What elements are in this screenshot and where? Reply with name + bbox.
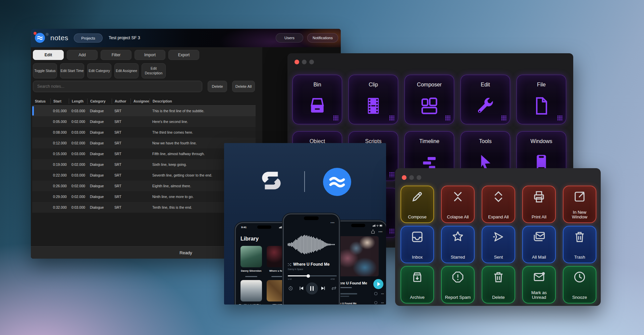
close-button[interactable] bbox=[402, 175, 407, 180]
column-header[interactable]: Start bbox=[50, 98, 69, 104]
next-track-icon bbox=[321, 286, 325, 290]
edit-assignee-button[interactable]: Edit Assignee bbox=[114, 63, 139, 78]
mail-tile-report-spam[interactable]: Report Spam bbox=[441, 266, 475, 304]
column-header[interactable]: Length bbox=[69, 98, 87, 104]
panel-tile-composer[interactable]: Composer bbox=[405, 75, 454, 124]
table-row[interactable]: 0:05.0000:02.000DialogueSRTHere's the se… bbox=[32, 116, 256, 127]
mail-tile-mark-as-unread[interactable]: Mark as Unread bbox=[522, 266, 556, 304]
import-button[interactable]: Import bbox=[135, 50, 165, 60]
mail-tile-print-all[interactable]: Print All bbox=[522, 186, 556, 223]
edit-tab-button[interactable]: Edit bbox=[33, 50, 64, 60]
toggle-status-button[interactable]: Toggle Status bbox=[33, 63, 57, 78]
notification-badge bbox=[34, 32, 37, 35]
waveform bbox=[286, 228, 336, 261]
album-title: The Weight Of Thing To Come bbox=[238, 304, 265, 305]
more-icon: ••• bbox=[331, 221, 335, 224]
panel-tile-bin[interactable]: Bin bbox=[292, 75, 342, 124]
table-row[interactable]: 0:26.0000:02.000DialogueSRTEighth line, … bbox=[32, 181, 256, 191]
table-row[interactable]: 0:22.0000:03.000DialogueSRTSeventh line,… bbox=[32, 170, 256, 181]
trash-icon bbox=[573, 230, 587, 244]
track-title: Where U Found Me bbox=[293, 262, 330, 267]
add-button[interactable]: Add bbox=[67, 50, 98, 60]
check-icon bbox=[374, 301, 377, 304]
users-button[interactable]: Users bbox=[276, 33, 303, 43]
edit-description-button[interactable]: Edit Description bbox=[142, 63, 166, 78]
grid-dots-icon bbox=[389, 115, 394, 121]
progress-handle[interactable] bbox=[307, 274, 310, 278]
grid-dots-icon bbox=[333, 115, 338, 121]
unread-icon bbox=[532, 270, 546, 284]
table-row[interactable]: 0:15.0000:03.000DialogueSRTFifth line, a… bbox=[32, 148, 256, 159]
dynamic-island bbox=[351, 224, 365, 227]
waves-logo-icon bbox=[35, 33, 45, 43]
mail-tile-expand-all[interactable]: Expand All bbox=[482, 186, 515, 223]
mail-tile-delete[interactable]: Delete bbox=[482, 266, 515, 304]
status-icons bbox=[373, 224, 383, 227]
mail-tile-snooze[interactable]: Snooze bbox=[563, 266, 596, 304]
album-art bbox=[240, 280, 262, 302]
dynamic-island bbox=[304, 216, 319, 220]
delete-button[interactable]: Delete bbox=[208, 81, 227, 92]
mail-tile-inbox[interactable]: Inbox bbox=[400, 226, 434, 263]
inactive-dot bbox=[46, 33, 49, 36]
mail-tile-starred[interactable]: Starred bbox=[441, 226, 475, 263]
download-icon bbox=[374, 292, 377, 295]
mail-tile-compose[interactable]: Compose bbox=[400, 186, 434, 223]
table-row[interactable]: 0:19.0000:02.000DialogueSRTSixth line, k… bbox=[32, 159, 256, 170]
promo-image: 9:41 ＋ Library Danny Silverston Where u … bbox=[224, 143, 386, 305]
clock-icon bbox=[573, 270, 587, 284]
column-header[interactable]: Category bbox=[87, 98, 112, 104]
edit-start-time-button[interactable]: Edit Start Time bbox=[60, 63, 84, 78]
mail-tile-colapse-all[interactable]: Colapse All bbox=[441, 186, 475, 223]
grid-dots-icon bbox=[501, 115, 506, 121]
pause-button bbox=[306, 282, 318, 294]
mail-tile-all-mail[interactable]: All Mail bbox=[522, 226, 556, 263]
table-row[interactable]: 0:32.0000:03.000DialogueSRTTenth line, t… bbox=[32, 202, 256, 213]
panel-tile-edit[interactable]: Edit bbox=[461, 75, 510, 124]
panel-tile-file[interactable]: File bbox=[517, 75, 566, 124]
column-header[interactable]: Status bbox=[32, 98, 50, 104]
layout-icon bbox=[419, 96, 439, 116]
column-header[interactable]: Author bbox=[112, 98, 130, 104]
delete-all-button[interactable]: Delete All bbox=[232, 81, 255, 92]
panel-tile-clip[interactable]: Clip bbox=[348, 75, 398, 124]
track-subtitle: Danny in Space bbox=[288, 268, 303, 270]
send-icon bbox=[491, 230, 505, 244]
zoom-button[interactable] bbox=[309, 60, 314, 64]
close-button[interactable] bbox=[294, 60, 299, 64]
minimize-button[interactable] bbox=[302, 60, 307, 64]
app-title: notes bbox=[50, 34, 68, 42]
search-input[interactable] bbox=[33, 81, 202, 92]
timer-icon bbox=[288, 286, 293, 290]
table-row[interactable]: 0:12.0000:02.000DialogueSRTNow we have t… bbox=[32, 138, 256, 148]
projects-button[interactable]: Projects bbox=[74, 34, 103, 43]
collapse-icon bbox=[451, 190, 465, 204]
shuffle-icon bbox=[288, 263, 291, 266]
repeat-icon bbox=[331, 286, 336, 290]
mail-tile-sent[interactable]: Sent bbox=[482, 226, 515, 263]
edit-category-button[interactable]: Edit Category bbox=[87, 63, 111, 78]
wrench-icon bbox=[475, 96, 495, 116]
notifications-button[interactable]: Notifications bbox=[307, 33, 338, 43]
grid-dots-icon bbox=[557, 115, 562, 121]
mail-window: Compose Colapse All Expand All Print All… bbox=[395, 168, 601, 306]
column-header[interactable]: Assignee bbox=[130, 98, 150, 104]
minimize-button[interactable] bbox=[409, 175, 414, 180]
table-row[interactable]: 0:29.0000:02.000DialogueSRTNinth line, o… bbox=[32, 191, 256, 202]
album-art bbox=[240, 246, 262, 267]
pencil-icon bbox=[410, 190, 424, 204]
filter-button[interactable]: Filter bbox=[101, 50, 131, 60]
mail-tile-archive[interactable]: Archive bbox=[400, 266, 434, 304]
status-text: Ready bbox=[179, 250, 192, 255]
album-subtitle-bar bbox=[245, 276, 257, 277]
inbox-icon bbox=[410, 230, 424, 244]
table-row[interactable]: 0:08.0000:03.000DialogueSRTThe third lin… bbox=[32, 127, 256, 138]
trash-icon bbox=[491, 270, 505, 284]
table-row[interactable]: 0:01.0000:03.000DialogueSRTThis is the f… bbox=[32, 106, 256, 116]
column-header[interactable]: Description bbox=[150, 98, 256, 104]
export-button[interactable]: Export bbox=[168, 50, 199, 60]
star-icon bbox=[451, 230, 465, 244]
zoom-button[interactable] bbox=[417, 175, 421, 180]
mail-tile-trash[interactable]: Trash bbox=[563, 226, 596, 263]
mail-tile-in-new-window[interactable]: In New Window bbox=[563, 186, 596, 223]
